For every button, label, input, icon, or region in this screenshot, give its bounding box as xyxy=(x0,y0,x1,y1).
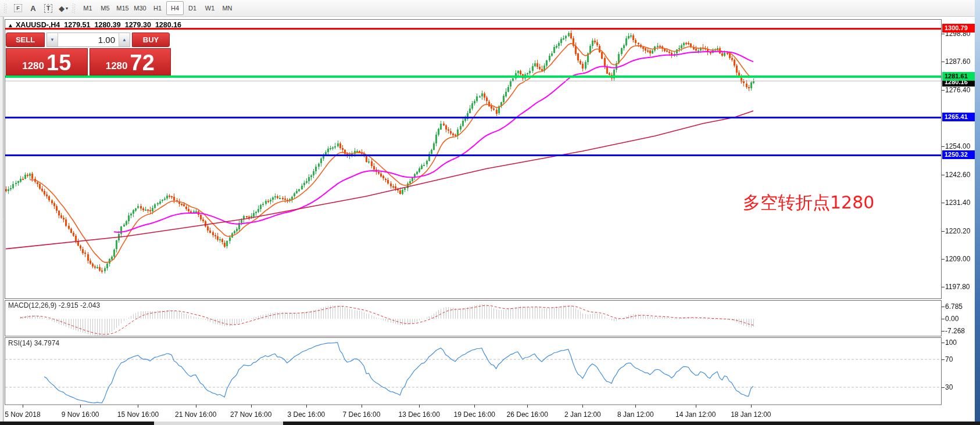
macd-label: MACD(12,26,9) -2.915 -2.043 xyxy=(8,301,100,309)
spin-down-icon: ▼ xyxy=(50,37,55,42)
timeframe-group: M1M5M15M30H1H4D1W1MN xyxy=(79,1,236,15)
timeframe-button-h4[interactable]: H4 xyxy=(166,1,184,15)
time-axis-label: 2 Jan 12:00 xyxy=(553,410,611,419)
macd-name: MACD(12,26,9) xyxy=(8,301,56,309)
volume-increase-button[interactable]: ▲ xyxy=(119,33,130,46)
price-axis-label: 1220.20 xyxy=(945,227,970,235)
ask-price-box[interactable]: 1280 72 xyxy=(90,48,171,75)
price-axis-label: 1254.00 xyxy=(945,142,970,150)
macd-axis-label: 0.00 xyxy=(945,315,958,323)
time-axis-label: 7 Dec 16:00 xyxy=(332,410,391,419)
time-axis-label: 8 Jan 12:00 xyxy=(606,410,664,419)
drawing-tools-group: FAT◆▾ xyxy=(10,1,71,15)
chart-annotation-text: 多空转折点1280 xyxy=(743,191,874,215)
price-axis-label: 1242.60 xyxy=(945,171,970,179)
toolbar-grip[interactable] xyxy=(3,3,8,13)
macd-axis-label: 6.785 xyxy=(945,302,963,311)
ohlc-high: 1280.39 xyxy=(95,21,121,29)
rsi-axis-label: 30 xyxy=(945,383,953,391)
volume-decrease-button[interactable]: ▼ xyxy=(47,33,58,46)
timeframe-button-m30[interactable]: M30 xyxy=(131,1,149,15)
ask-price-main: 1280 xyxy=(106,61,128,72)
time-axis-label: 3 Dec 16:00 xyxy=(277,410,335,419)
ohlc-low: 1279.30 xyxy=(125,21,151,29)
text-label-tool-icon[interactable]: T xyxy=(41,1,56,15)
taskbar-strip xyxy=(0,422,980,425)
timeframe-button-h1[interactable]: H1 xyxy=(149,1,166,15)
rsi-label: RSI(14) 34.7974 xyxy=(8,339,59,347)
fibonacci-tool-icon[interactable]: F xyxy=(10,1,26,15)
timeframe-button-d1[interactable]: D1 xyxy=(184,1,201,15)
time-axis-label: 18 Jan 12:00 xyxy=(722,410,780,419)
one-click-trade-panel: SELL ▼ ▲ BUY 1280 15 1280 72 xyxy=(6,33,171,75)
price-line-tag[interactable]: 1300.79 xyxy=(942,24,975,33)
toolbar-grip[interactable] xyxy=(72,3,76,13)
ohlc-open: 1279.51 xyxy=(64,21,90,29)
rsi-axis-label: 100 xyxy=(945,338,957,347)
timeframe-button-w1[interactable]: W1 xyxy=(201,1,219,15)
price-axis-label: 1287.60 xyxy=(945,57,970,66)
bid-price-pips: 15 xyxy=(47,54,71,72)
timeframe-button-m5[interactable]: M5 xyxy=(96,1,114,15)
time-axis-label: 5 Nov 2018 xyxy=(0,410,52,419)
price-axis-label: 1276.40 xyxy=(945,86,970,94)
arrows-tool-icon[interactable]: ◆▾ xyxy=(56,1,71,15)
rsi-value: 34.7974 xyxy=(34,339,59,347)
buy-button[interactable]: BUY xyxy=(132,33,170,47)
ask-price-pips: 72 xyxy=(130,54,155,72)
direction-up-icon: ▲ xyxy=(8,22,13,28)
price-axis-label: 1231.40 xyxy=(945,199,970,207)
time-axis-label: 15 Nov 16:00 xyxy=(109,410,167,419)
bid-price-box[interactable]: 1280 15 xyxy=(6,48,88,75)
spin-up-icon: ▲ xyxy=(122,37,127,42)
volume-stepper: ▼ ▲ xyxy=(47,33,130,47)
sell-button[interactable]: SELL xyxy=(6,33,45,47)
text-tool-icon[interactable]: A xyxy=(26,1,41,15)
rsi-axis-label: 70 xyxy=(945,355,953,363)
ohlc-close: 1280.16 xyxy=(155,21,181,29)
price-axis-label: 1197.80 xyxy=(945,283,970,291)
time-axis-label: 19 Dec 16:00 xyxy=(445,410,503,419)
bid-price-main: 1280 xyxy=(22,61,44,72)
timeframe-button-m15[interactable]: M15 xyxy=(114,1,131,15)
window-right-edge xyxy=(975,0,980,425)
time-axis-label: 13 Dec 16:00 xyxy=(390,410,448,419)
time-axis-label: 27 Nov 16:00 xyxy=(222,410,280,419)
time-axis-label: 9 Nov 16:00 xyxy=(51,410,109,419)
price-line-tag[interactable]: 1250.32 xyxy=(942,150,975,159)
price-line-tag[interactable]: 1265.41 xyxy=(942,113,975,121)
price-axis-label: 1209.00 xyxy=(945,255,970,263)
time-axis-label: 14 Jan 12:00 xyxy=(667,410,725,419)
time-axis-label: 26 Dec 16:00 xyxy=(498,410,556,419)
toolbar: FAT◆▾ M1M5M15M30H1H4D1W1MN xyxy=(0,0,980,17)
time-axis-label: 21 Nov 16:00 xyxy=(167,410,225,419)
volume-input[interactable] xyxy=(58,33,119,46)
chart-header: ▲XAUUSD-,H41279.511280.391279.301280.16 xyxy=(8,21,185,29)
macd-values: -2.915 -2.043 xyxy=(59,301,100,309)
mt4-terminal: { "toolbar": { "tools": [ {"id": "fibona… xyxy=(0,0,980,425)
timeframe-button-m1[interactable]: M1 xyxy=(79,1,96,15)
symbol-title: XAUUSD-,H4 xyxy=(16,21,60,29)
price-line-tag[interactable]: 1281.61 xyxy=(942,72,975,81)
rsi-name: RSI(14) xyxy=(8,339,32,347)
taskbar-button[interactable] xyxy=(154,422,283,425)
timeframe-button-mn[interactable]: MN xyxy=(219,1,236,15)
macd-axis-label: -7.268 xyxy=(945,327,965,335)
